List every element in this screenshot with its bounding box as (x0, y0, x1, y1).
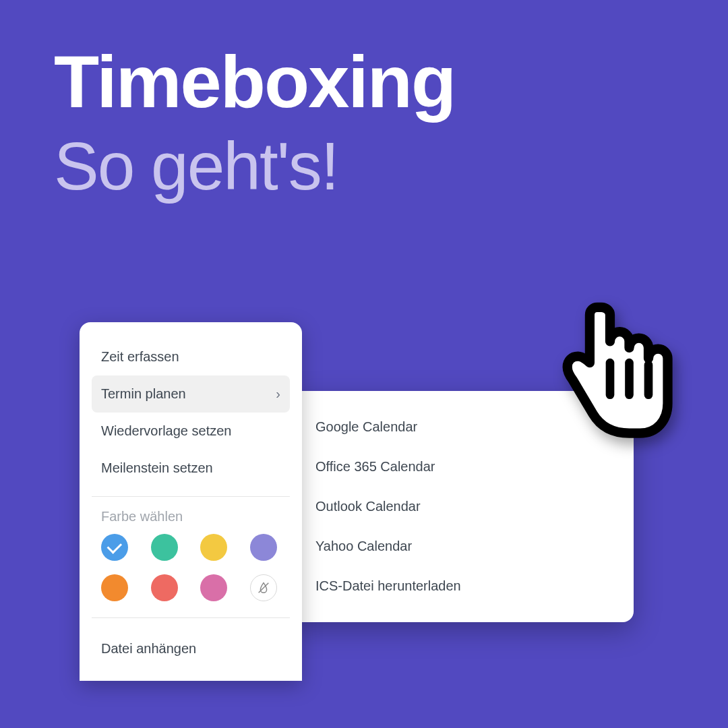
color-picker (92, 534, 290, 608)
color-swatch-pink[interactable] (200, 574, 227, 601)
color-section-label: Farbe wählen (92, 509, 290, 534)
menu-item-zeit-erfassen[interactable]: Zeit erfassen (92, 338, 290, 375)
color-swatch-yellow[interactable] (200, 534, 227, 561)
menu-divider (92, 496, 290, 497)
color-swatch-green[interactable] (151, 534, 178, 561)
menu-item-label: Meilenstein setzen (101, 460, 213, 476)
title-line-1: Timeboxing (54, 40, 455, 122)
submenu-item-ics-download[interactable]: ICS-Datei herunterladen (303, 566, 620, 606)
menu-item-datei-anhaengen[interactable]: Datei anhängen (92, 630, 290, 667)
menu-item-label: Datei anhängen (101, 641, 196, 657)
page-title-block: Timeboxing So geht's! (54, 40, 455, 203)
chevron-right-icon: › (276, 386, 280, 402)
color-swatch-purple[interactable] (250, 534, 277, 561)
menu-item-label: Termin planen (101, 386, 186, 402)
menu-item-meilenstein-setzen[interactable]: Meilenstein setzen (92, 450, 290, 487)
menu-item-label: Wiedervorlage setzen (101, 423, 231, 439)
menu-item-wiedervorlage-setzen[interactable]: Wiedervorlage setzen (92, 413, 290, 450)
color-swatch-orange[interactable] (101, 574, 128, 601)
menu-item-termin-planen[interactable]: Termin planen › (92, 375, 290, 413)
context-menu: Zeit erfassen Termin planen › Wiedervorl… (80, 322, 302, 681)
submenu-item-yahoo-calendar[interactable]: Yahoo Calendar (303, 526, 620, 566)
color-swatch-none[interactable] (250, 574, 277, 601)
cursor-hand-icon (546, 297, 674, 446)
svg-line-0 (258, 583, 268, 593)
title-line-2: So geht's! (54, 129, 455, 203)
menu-item-label: Zeit erfassen (101, 349, 179, 365)
menu-divider (92, 617, 290, 618)
submenu-item-office365-calendar[interactable]: Office 365 Calendar (303, 447, 620, 487)
no-color-icon (256, 580, 271, 595)
color-swatch-red[interactable] (151, 574, 178, 601)
submenu-item-outlook-calendar[interactable]: Outlook Calendar (303, 487, 620, 526)
color-swatch-blue[interactable] (101, 534, 128, 561)
